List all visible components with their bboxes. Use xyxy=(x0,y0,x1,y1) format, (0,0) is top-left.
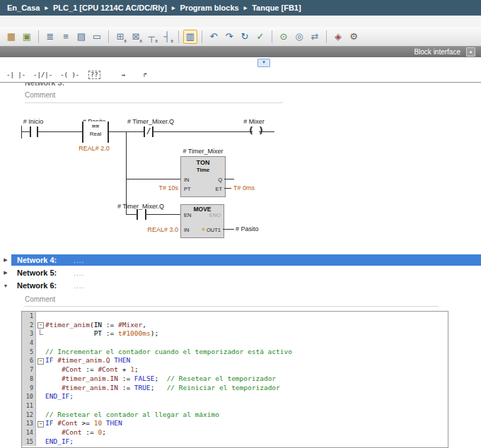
block-interface-bar[interactable]: Block interface ▴ xyxy=(0,47,481,57)
show-network-comments-button[interactable]: ▭ xyxy=(90,30,104,44)
ton-et-wire xyxy=(224,188,231,189)
coil-icon[interactable]: ) xyxy=(259,126,263,136)
add-box-button[interactable]: ⊠± xyxy=(129,30,143,44)
contact-bar[interactable] xyxy=(152,126,153,137)
insert-empty-box-button[interactable]: ▣ xyxy=(20,30,34,44)
network-6-header[interactable]: Network 6: .... xyxy=(11,280,481,291)
normally-closed-contact-button[interactable]: -|/|- xyxy=(31,69,54,81)
coil-button[interactable]: -( )- xyxy=(58,69,81,81)
ton-pin-q[interactable]: Q xyxy=(218,177,222,183)
code-text[interactable]: #Cont := #Cont + 1; xyxy=(45,365,139,375)
code-text[interactable]: IF #timer_anim.Q THEN xyxy=(45,356,130,365)
empty-box-icon: ?? xyxy=(88,71,100,79)
code-text[interactable]: #timer_anim(IN := #Mixer, xyxy=(45,321,146,330)
network-6-expand-arrow[interactable]: ▼ xyxy=(0,283,11,288)
move-pin-out1[interactable]: OUT1 xyxy=(207,227,221,233)
open-all-networks-button[interactable]: ≣ xyxy=(43,30,57,44)
add-output-icon[interactable]: ∗ xyxy=(201,226,206,232)
code-text[interactable]: #Cont := 0; xyxy=(45,428,106,437)
network-5-header[interactable]: Network 5: .... xyxy=(11,267,481,278)
coil-icon[interactable]: ( xyxy=(249,126,253,136)
contact-bar[interactable] xyxy=(145,209,146,220)
code-text[interactable]: END_IF; xyxy=(45,437,74,447)
comment-underline xyxy=(25,102,283,103)
operand-timer-q[interactable]: # Timer_Mixer.Q xyxy=(120,118,182,125)
insert-network-button[interactable]: ▦ xyxy=(4,30,18,44)
keep-ladder-layout-button[interactable]: ▤ xyxy=(74,30,88,44)
network-6-comment-dots: .... xyxy=(74,282,84,290)
breadcrumb-item-project[interactable]: En_Casa xyxy=(7,4,40,12)
move-in-value[interactable]: REAL# 3.0 xyxy=(147,226,178,233)
code-text[interactable]: // Incrementar el contador cuando el tem… xyxy=(45,348,292,357)
favorites-toggle-button[interactable]: ▥ xyxy=(183,30,197,44)
ton-instance-name[interactable]: # Timer_Mixer xyxy=(166,148,240,155)
contact-bar[interactable] xyxy=(30,126,31,137)
program-editor[interactable]: Network 3: Comment # Inicio # Pasito == … xyxy=(0,83,481,254)
insert-branch-button[interactable]: ┬± xyxy=(144,30,158,44)
fold-column xyxy=(36,392,45,401)
block-interface-collapse-icon[interactable]: ▴ xyxy=(466,47,475,57)
network-6-comment[interactable]: Comment xyxy=(25,295,55,303)
code-line: 5// Incrementar el contador cuando el te… xyxy=(22,348,448,357)
network-4-expand-arrow[interactable]: ▶ xyxy=(0,257,11,263)
code-text[interactable]: #timer_anim.IN := TRUE; // Reiniciar el … xyxy=(45,384,280,393)
move-pin-in[interactable]: IN xyxy=(184,227,190,233)
code-text[interactable]: // Resetear el contador al llegar al máx… xyxy=(45,411,219,420)
insert-row-button[interactable]: ⊞± xyxy=(113,30,127,44)
ton-block[interactable]: TON Time IN PT Q ET xyxy=(180,156,226,197)
network-3-comment[interactable]: Comment xyxy=(25,91,55,99)
fold-collapse-icon[interactable]: − xyxy=(37,358,44,365)
insert-output-icon: ┤ xyxy=(163,32,170,41)
code-text[interactable]: #timer_anim.IN := FALSE; // Resetear el … xyxy=(45,375,276,384)
contact-bar[interactable] xyxy=(137,209,138,220)
monitor-all-icon: ⊙ xyxy=(280,32,288,41)
contact-bar[interactable] xyxy=(37,126,38,137)
go-to-previous-error-button[interactable]: ↶ xyxy=(207,30,221,44)
network-4-header[interactable]: Network 4: .... xyxy=(11,254,481,266)
operand-timer-q-2[interactable]: # Timer_Mixer.Q xyxy=(111,203,170,210)
breadcrumb-item-plc[interactable]: PLC_1 [CPU 1214C AC/DC/Rly] xyxy=(53,4,167,12)
fold-collapse-icon[interactable]: − xyxy=(37,322,44,329)
ton-pin-pt[interactable]: PT xyxy=(184,186,191,192)
network-6-row: ▼ Network 6: .... xyxy=(0,280,481,291)
line-number: 8 xyxy=(22,375,36,384)
move-block[interactable]: MOVE EN ENO IN ∗ OUT1 xyxy=(180,204,224,238)
scl-code-editor[interactable]: 12−#timer_anim(IN := #Mixer,3 PT := t#10… xyxy=(21,311,448,448)
empty-box-button[interactable]: ?? xyxy=(85,69,103,81)
compare-contact[interactable]: == Real xyxy=(82,122,109,143)
code-text[interactable]: PT := t#1000ms); xyxy=(45,329,158,338)
update-block-call-button[interactable]: ↻ xyxy=(238,30,252,44)
syntax-check-button[interactable]: ✓ xyxy=(253,30,267,44)
code-text[interactable]: IF #Cont >= 10 THEN xyxy=(45,419,122,428)
code-text[interactable]: END_IF; xyxy=(45,392,74,401)
operand-mixer[interactable]: # Mixer xyxy=(233,118,275,125)
normally-open-contact-button[interactable]: -| |- xyxy=(4,69,28,81)
ton-pin-et[interactable]: ET xyxy=(215,186,222,192)
code-line: 14 #Cont := 0; xyxy=(22,428,448,437)
open-branch-button[interactable]: → xyxy=(114,69,132,81)
call-environment-button[interactable]: ⇄ xyxy=(308,30,322,44)
insert-output-button[interactable]: ┤± xyxy=(160,30,174,44)
breadcrumb-item-program-blocks[interactable]: Program blocks xyxy=(180,4,239,12)
fold-collapse-icon[interactable]: − xyxy=(37,421,44,428)
move-pin-en[interactable]: EN xyxy=(184,212,191,218)
network-5-expand-arrow[interactable]: ▶ xyxy=(0,270,11,276)
network-3-title[interactable]: Network 3: xyxy=(25,83,64,87)
breadcrumb-item-block[interactable]: Tanque [FB1] xyxy=(252,4,301,12)
monitor-all-button[interactable]: ⊙ xyxy=(277,30,291,44)
snapshot-values-button[interactable]: ◈ xyxy=(331,30,345,44)
compare-value[interactable]: REAL# 2.0 xyxy=(69,145,119,152)
go-to-next-error-button[interactable]: ↷ xyxy=(222,30,236,44)
monitor-selection-button[interactable]: ◎ xyxy=(292,30,306,44)
interface-splitter-handle[interactable]: ▾ xyxy=(257,59,270,67)
operand-inicio[interactable]: # Inicio xyxy=(12,118,54,125)
ton-pin-in[interactable]: IN xyxy=(184,177,190,183)
close-all-networks-button[interactable]: ≡ xyxy=(59,30,73,44)
ton-pt-value[interactable]: T# 10s xyxy=(149,184,178,191)
move-out-operand[interactable]: # Pasito xyxy=(236,225,271,232)
close-branch-button[interactable]: ↱ xyxy=(136,69,154,81)
ton-et-value[interactable]: T# 0ms xyxy=(233,184,262,191)
editor-settings-button[interactable]: ⚙ xyxy=(347,30,361,44)
normally-closed-contact-icon: -|/|- xyxy=(33,71,52,78)
compare-type[interactable]: Real xyxy=(83,131,108,137)
